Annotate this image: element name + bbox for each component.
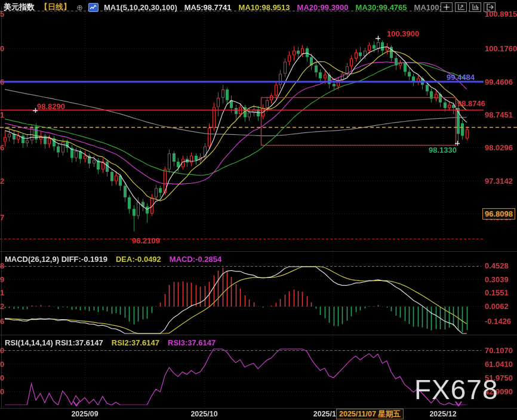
ma-legend: MA1(5,10,20,30,100)MA5:98.7741MA10:98.95… <box>104 3 453 12</box>
axis-lbl: 0.4528 <box>485 261 509 270</box>
rem: 1 <box>0 288 5 297</box>
rem: 0 <box>0 44 5 53</box>
level-label-994484[interactable]: 99.4484 <box>447 73 475 82</box>
axis-lbl: 98.7451 <box>485 110 513 119</box>
period-low-label: 96.2109 <box>132 236 160 245</box>
x-lbl: 2025/12 <box>429 410 456 418</box>
axis-lbl: 0.3039 <box>485 275 509 284</box>
rem: 9 <box>0 275 5 284</box>
level-label-988290[interactable]: 98.8290 <box>37 102 65 111</box>
legend-item: MACD:-0.2854 <box>170 255 221 264</box>
legend-item: RSI(14,14,14) RSI1:37.6147 <box>5 338 103 347</box>
rem: 0 <box>0 360 5 369</box>
rem: 0 <box>0 373 5 382</box>
rem: 2 <box>0 302 5 311</box>
rem: 0 <box>0 387 5 396</box>
symbol-title: 美元指数 <box>4 2 35 13</box>
chart-header: 美元指数 【日线】 ⊕ MA1(5,10,20,30,100)MA5:98.77… <box>4 1 453 13</box>
rem: 5 <box>0 10 5 18</box>
box-low-label: 98.1330 <box>429 146 457 155</box>
scale-x-axis-icon[interactable] <box>469 2 481 12</box>
axis-lbl: 70.1070 <box>485 346 513 355</box>
axis-lbl: 100.1760 <box>485 44 517 53</box>
crosshair-date-badge: 2025/11/07 星期五 <box>336 409 404 419</box>
x-lbl: 2025/09 <box>71 410 98 418</box>
axis-lbl: 100.8915 <box>485 10 517 18</box>
rsi-pane-header: RSI(14,14,14) RSI1:37.6147RSI2:37.6147RS… <box>5 338 216 347</box>
axis-lbl: 99.4606 <box>485 78 513 87</box>
rem: 6 <box>0 317 5 326</box>
legend-item: MA10:98.9513 <box>239 3 290 12</box>
candlestick-chart-icon[interactable] <box>88 3 99 12</box>
period-selector[interactable]: 【日线】 <box>40 2 71 13</box>
legend-item: RSI2:37.6147 <box>112 338 159 347</box>
macd-pane-header: MACD(26,12,9) DIFF:-0.1919DEA:-0.0492MAC… <box>5 255 221 264</box>
rem: 7 <box>0 213 5 222</box>
legend-item: MACD(26,12,9) DIFF:-0.1919 <box>5 255 107 264</box>
legend-item: MA20:99.3900 <box>297 3 349 12</box>
highlighted-price-badge: 96.8098 <box>482 208 515 220</box>
axis-lbl: 98.0296 <box>485 143 513 152</box>
legend-item: MA30:99.4765 <box>356 3 407 12</box>
legend-item: MA1(5,10,20,30,100) <box>104 3 177 12</box>
period-high-label: 100.3900 <box>387 29 419 38</box>
add-indicator-icon[interactable]: ⊕ <box>76 3 83 12</box>
legend-item: RSI3:37.6147 <box>168 338 216 347</box>
axis-lbl: 0.1551 <box>485 288 509 297</box>
x-lbl: 2025/10 <box>190 410 217 418</box>
chart-canvas[interactable] <box>0 0 517 420</box>
trading-chart-app: 美元指数 【日线】 ⊕ MA1(5,10,20,30,100)MA5:98.77… <box>0 0 517 420</box>
rem: 6 <box>0 143 5 152</box>
rem: 2 <box>0 177 5 186</box>
axis-lbl: 97.3142 <box>485 177 513 186</box>
pan-crosshair-icon[interactable] <box>441 2 453 12</box>
legend-item: MA5:98.7741 <box>184 3 232 12</box>
legend-item: DEA:-0.0492 <box>116 255 161 264</box>
rem: 1 <box>0 110 5 119</box>
fx678-watermark: FX678 <box>414 373 498 406</box>
rem: 6 <box>0 78 5 87</box>
level-label-988746[interactable]: 98.8746 <box>457 99 485 108</box>
axis-lbl: -0.1426 <box>485 317 511 326</box>
scale-y-axis-icon[interactable] <box>455 2 467 12</box>
axis-lbl: 61.0410 <box>485 360 513 369</box>
axis-lbl: 0.0062 <box>485 302 509 311</box>
